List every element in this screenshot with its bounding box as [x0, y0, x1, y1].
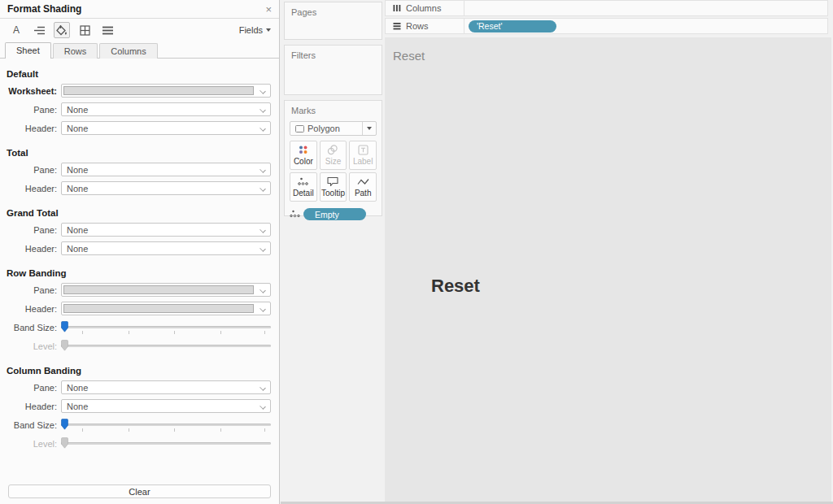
- size-button[interactable]: Size: [320, 141, 347, 170]
- slider-track: [61, 345, 271, 347]
- worksheet-label: Worksheet:: [7, 86, 61, 96]
- mark-type-value: Polygon: [307, 124, 362, 133]
- panel-title: Format Shading: [7, 3, 81, 15]
- header-select[interactable]: None: [61, 121, 271, 135]
- marks-pill-row: Empty: [290, 208, 377, 220]
- pages-card-title: Pages: [285, 2, 382, 17]
- font-format-icon[interactable]: A: [8, 22, 24, 38]
- format-row-pane: Pane: None: [0, 220, 279, 239]
- tab-rows[interactable]: Rows: [53, 43, 98, 59]
- worksheet-shading-select[interactable]: [61, 84, 271, 98]
- format-panel-header: Format Shading ×: [0, 0, 279, 19]
- chevron-down-icon: [260, 306, 265, 311]
- chevron-down-icon: [260, 385, 265, 390]
- pane-select[interactable]: None: [61, 380, 271, 394]
- header-label: Header:: [7, 244, 61, 254]
- header-select[interactable]: None: [61, 181, 271, 195]
- header-label: Header:: [7, 304, 61, 314]
- band-size-slider[interactable]: [61, 417, 271, 433]
- header-select-value: None: [67, 184, 88, 193]
- band-size-label: Band Size:: [7, 420, 61, 430]
- format-row-worksheet: Worksheet:: [0, 81, 279, 100]
- chevron-down-icon: [260, 186, 265, 191]
- chevron-down-icon: [260, 228, 265, 232]
- chevron-down-icon: [260, 107, 265, 112]
- pane-select[interactable]: None: [61, 102, 271, 116]
- header-shading-select[interactable]: [61, 302, 271, 315]
- format-row-pane: Pane: None: [0, 100, 279, 119]
- format-row-level: Level:: [0, 434, 279, 453]
- header-select[interactable]: None: [61, 241, 271, 255]
- tooltip-button-label: Tooltip: [321, 189, 345, 198]
- filters-card[interactable]: Filters: [284, 45, 382, 95]
- size-button-label: Size: [325, 157, 341, 166]
- detail-button[interactable]: Detail: [290, 172, 317, 202]
- format-row-pane: Pane: None: [0, 160, 279, 179]
- pane-select-value: None: [67, 105, 88, 115]
- tooltip-icon: [327, 176, 338, 187]
- tooltip-button[interactable]: Tooltip: [320, 172, 347, 202]
- tab-columns[interactable]: Columns: [99, 43, 157, 59]
- format-row-pane: Pane:: [0, 280, 279, 299]
- columns-shelf[interactable]: Columns: [385, 0, 828, 16]
- pages-card[interactable]: Pages: [284, 2, 382, 40]
- section-heading-default: Default: [7, 69, 273, 79]
- slider-tick: [174, 331, 175, 334]
- fields-dropdown[interactable]: Fields: [239, 25, 271, 35]
- section-heading-column-banding: Column Banding: [7, 366, 273, 376]
- empty-field-pill[interactable]: Empty: [303, 208, 366, 220]
- lines-format-icon[interactable]: [99, 22, 116, 38]
- tableau-format-view: Format Shading × A Fields Shee: [0, 0, 833, 504]
- reset-field-pill[interactable]: 'Reset': [469, 20, 556, 33]
- pane-shading-select[interactable]: [61, 283, 271, 297]
- tab-sheet[interactable]: Sheet: [5, 42, 51, 59]
- slider-thumb-disabled: [61, 437, 68, 449]
- label-icon: [358, 145, 369, 155]
- borders-format-icon[interactable]: [76, 22, 93, 38]
- slider-thumb-disabled: [61, 340, 68, 351]
- pane-select[interactable]: None: [61, 163, 271, 176]
- alignment-format-icon[interactable]: [31, 22, 47, 38]
- header-label: Header:: [7, 184, 61, 193]
- close-icon[interactable]: ×: [265, 4, 272, 15]
- header-label: Header:: [7, 124, 61, 133]
- slider-track[interactable]: [61, 326, 271, 328]
- detail-button-label: Detail: [293, 189, 314, 198]
- shading-format-icon[interactable]: [54, 22, 70, 38]
- chevron-down-icon: [260, 167, 265, 172]
- pane-select-value: None: [67, 225, 88, 235]
- mark-type-arrow[interactable]: [362, 122, 376, 135]
- path-button-label: Path: [355, 189, 372, 198]
- slider-thumb[interactable]: [61, 321, 68, 332]
- header-select[interactable]: None: [61, 399, 271, 413]
- header-select-value: None: [67, 124, 88, 133]
- columns-shelf-label: Columns: [386, 1, 464, 15]
- slider-tick: [82, 428, 83, 432]
- label-button[interactable]: Label: [349, 141, 377, 170]
- clear-button[interactable]: Clear: [8, 484, 271, 498]
- level-label: Level:: [7, 439, 61, 449]
- format-shading-panel: Format Shading × A Fields Shee: [0, 0, 280, 504]
- path-button[interactable]: Path: [349, 172, 377, 202]
- path-icon: [357, 177, 369, 187]
- color-button[interactable]: Color: [290, 141, 317, 170]
- rows-shelf-text: Rows: [406, 21, 429, 31]
- rows-shelf-label: Rows: [386, 19, 464, 33]
- rows-shelf[interactable]: Rows 'Reset': [385, 18, 828, 34]
- header-select-value: None: [67, 244, 88, 254]
- pane-select[interactable]: None: [61, 223, 271, 237]
- band-size-slider[interactable]: [61, 319, 271, 336]
- slider-track[interactable]: [61, 424, 271, 426]
- level-label: Level:: [7, 341, 61, 351]
- slider-tick: [129, 428, 129, 432]
- detail-icon: [290, 209, 300, 219]
- mark-type-dropdown[interactable]: Polygon: [290, 121, 377, 136]
- rows-shelf-content[interactable]: 'Reset': [464, 20, 827, 33]
- chevron-down-icon: [260, 404, 265, 409]
- header-select-value: None: [67, 402, 88, 411]
- columns-icon: [393, 4, 401, 12]
- slider-tick: [129, 331, 129, 334]
- format-row-band-size: Band Size:: [0, 415, 279, 434]
- sheet-area: Columns Rows 'Reset' Reset Reset: [385, 0, 833, 504]
- slider-thumb[interactable]: [61, 419, 68, 430]
